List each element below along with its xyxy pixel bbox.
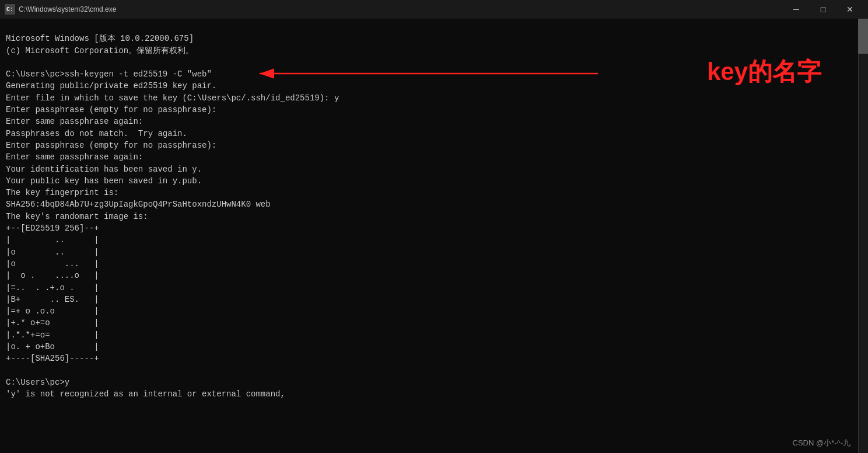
terminal-line <box>6 365 852 377</box>
terminal-line: Microsoft Windows [版本 10.0.22000.675] <box>6 33 852 44</box>
terminal-line: (c) Microsoft Corporation。保留所有权利。 <box>6 45 852 57</box>
terminal-line: SHA256:4bqD84Ab7U+zg3UpIagkGpoQ4PrSaHtox… <box>6 198 852 210</box>
terminal-line: Generating public/private ed25519 key pa… <box>6 80 852 92</box>
terminal-line: C:\Users\pc>y <box>6 377 852 388</box>
minimize-button[interactable]: ─ <box>783 0 810 19</box>
terminal-line: Enter same passphrase again: <box>6 116 852 127</box>
terminal-line: |o .. | <box>6 246 852 258</box>
csdn-watermark: CSDN @小*-^-九 <box>793 438 850 448</box>
scrollbar-thumb[interactable] <box>858 19 868 54</box>
terminal-line: Passphrases do not match. Try again. <box>6 128 852 140</box>
terminal-line: |+.* o+=o | <box>6 317 852 329</box>
terminal-line: The key's randomart image is: <box>6 211 852 222</box>
window-title: C:\Windows\system32\cmd.exe <box>19 5 116 13</box>
terminal-line: |B+ .. ES. | <box>6 294 852 305</box>
terminal-line: The key fingerprint is: <box>6 187 852 198</box>
terminal-line: C:\Users\pc>ssh-keygen -t ed25519 -C "we… <box>6 68 852 80</box>
terminal-line: Your identification has been saved in y. <box>6 163 852 175</box>
terminal-line <box>6 57 852 68</box>
maximize-button[interactable]: □ <box>810 0 836 19</box>
terminal-line: Your public key has been saved in y.pub. <box>6 175 852 187</box>
terminal-line: +--[ED25519 256]--+ <box>6 222 852 234</box>
window-controls[interactable]: ─ □ ✕ <box>783 0 863 19</box>
terminal-line: |.*.*+=o= | <box>6 329 852 341</box>
titlebar: C: C:\Windows\system32\cmd.exe ─ □ ✕ <box>0 0 868 19</box>
terminal-line: Enter passphrase (empty for no passphras… <box>6 140 852 151</box>
close-button[interactable]: ✕ <box>836 0 863 19</box>
terminal-line: 'y' is not recognized as an internal or … <box>6 388 852 400</box>
scrollbar[interactable] <box>858 19 868 453</box>
terminal-line: | .. | <box>6 234 852 246</box>
cmd-icon: C: <box>5 4 15 15</box>
terminal-line: |=.. . .+.o . | <box>6 282 852 294</box>
terminal-line: Enter passphrase (empty for no passphras… <box>6 104 852 116</box>
terminal-line: | o . ....o | <box>6 270 852 281</box>
terminal-line: Enter same passphrase again: <box>6 151 852 163</box>
terminal-line: +----[SHA256]-----+ <box>6 353 852 364</box>
terminal-output: Microsoft Windows [版本 10.0.22000.675](c)… <box>0 19 858 453</box>
terminal-line: |=+ o .o.o | <box>6 305 852 317</box>
titlebar-left: C: C:\Windows\system32\cmd.exe <box>5 4 116 15</box>
terminal-line: |o ... | <box>6 258 852 270</box>
terminal-line: |o. + o+Bo | <box>6 341 852 353</box>
terminal-line: Enter file in which to save the key (C:\… <box>6 92 852 104</box>
